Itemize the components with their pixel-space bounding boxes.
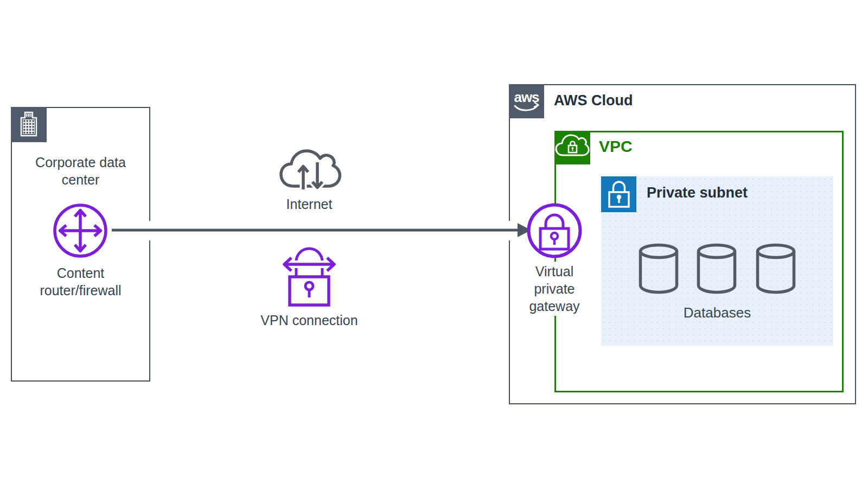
content-router-firewall-label: Content router/firewall [21,264,141,299]
vpc-icon-square [554,131,590,164]
vpc-label: VPC [599,137,633,156]
corporate-data-center-label: Corporate data center [17,154,144,188]
building-icon [11,107,47,142]
virtual-private-gateway-label: Virtual private gateway [519,262,590,316]
aws-cloud-label: AWS Cloud [554,92,633,109]
corporate-data-center-icon-square [11,107,47,142]
connection-arrow [112,217,533,243]
aws-logo-icon: aws [509,84,544,118]
vpc-cloud-lock-icon [554,131,590,164]
databases-label: Databases [601,304,833,321]
aws-logo-square: aws [509,84,544,118]
internet-label: Internet [255,195,363,213]
private-subnet-icon-square [601,176,636,212]
private-subnet-lock-icon [601,176,636,212]
vpn-lock-icon [282,245,336,308]
router-icon [52,202,108,259]
database-icon [755,243,796,295]
vpn-connection-label: VPN connection [244,312,374,329]
virtual-private-gateway-icon [526,202,583,259]
internet-cloud-icon [279,147,342,192]
database-icon [638,243,679,295]
database-icon [696,243,737,295]
diagram-canvas: Corporate data center Content router/fir… [0,0,868,489]
private-subnet-label: Private subnet [647,185,748,201]
